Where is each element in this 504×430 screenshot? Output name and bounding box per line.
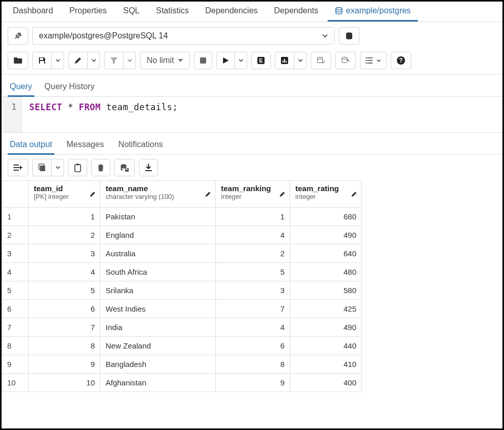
cell-team-id[interactable]: 7 xyxy=(29,318,100,337)
tab-dependencies[interactable]: Dependencies xyxy=(198,2,265,22)
cell-team-name[interactable]: Australia xyxy=(100,244,216,263)
download-button[interactable] xyxy=(139,159,158,176)
table-row[interactable]: 77India4490 xyxy=(2,318,362,337)
edit-button[interactable] xyxy=(68,52,88,69)
cell-team-ranking[interactable]: 4 xyxy=(216,226,290,244)
delete-row-button[interactable] xyxy=(91,159,110,176)
copy-dropdown-button[interactable] xyxy=(52,159,64,176)
cell-team-rating[interactable]: 490 xyxy=(290,318,362,337)
cell-team-ranking[interactable]: 4 xyxy=(216,318,290,337)
cell-team-id[interactable]: 4 xyxy=(29,263,100,281)
sql-editor[interactable]: 1 SELECT * FROM team_details; xyxy=(2,97,502,133)
table-row[interactable]: 1010Afghanistan9400 xyxy=(2,374,362,392)
macros-button[interactable] xyxy=(360,52,387,69)
table-row[interactable]: 88New Zealand6440 xyxy=(2,337,362,355)
tab-notifications[interactable]: Notifications xyxy=(116,136,165,155)
cell-team-ranking[interactable]: 2 xyxy=(216,244,290,263)
cell-team-name[interactable]: England xyxy=(100,226,216,244)
cell-team-rating[interactable]: 440 xyxy=(290,337,362,355)
cell-team-rating[interactable]: 580 xyxy=(290,281,362,300)
cell-team-id[interactable]: 3 xyxy=(29,244,100,263)
table-row[interactable]: 33Australia2640 xyxy=(2,244,362,263)
column-header-team-rating[interactable]: team_rating integer xyxy=(290,181,362,208)
table-row[interactable]: 11Pakistan1680 xyxy=(2,208,362,226)
rollback-button[interactable] xyxy=(335,52,356,69)
tab-data-output[interactable]: Data output xyxy=(8,136,54,155)
cell-team-rating[interactable]: 425 xyxy=(290,300,362,318)
table-row[interactable]: 44South Africa5480 xyxy=(2,263,362,281)
row-number[interactable]: 9 xyxy=(2,355,29,374)
cell-team-rating[interactable]: 680 xyxy=(290,208,362,226)
cell-team-ranking[interactable]: 9 xyxy=(216,374,290,392)
edit-dropdown-button[interactable] xyxy=(88,52,100,69)
cell-team-rating[interactable]: 480 xyxy=(290,263,362,281)
tab-query[interactable]: Query xyxy=(8,78,34,97)
row-number[interactable]: 2 xyxy=(2,226,29,244)
save-button[interactable] xyxy=(32,52,52,69)
connection-status-button[interactable] xyxy=(8,27,28,45)
explain-button[interactable]: E xyxy=(251,52,271,69)
tab-query-tool[interactable]: example/postgres xyxy=(328,2,418,22)
cell-team-name[interactable]: Srilanka xyxy=(100,281,216,300)
tab-dependents[interactable]: Dependents xyxy=(267,2,326,22)
cell-team-rating[interactable]: 410 xyxy=(290,355,362,374)
row-number[interactable]: 3 xyxy=(2,244,29,263)
cell-team-ranking[interactable]: 5 xyxy=(216,263,290,281)
pencil-icon[interactable] xyxy=(279,191,286,197)
row-number[interactable]: 4 xyxy=(2,263,29,281)
run-dropdown-button[interactable] xyxy=(235,52,247,69)
tab-query-history[interactable]: Query History xyxy=(43,78,97,97)
row-number[interactable]: 5 xyxy=(2,281,29,300)
cell-team-name[interactable]: New Zealand xyxy=(100,337,216,355)
add-row-button[interactable] xyxy=(8,159,28,176)
table-row[interactable]: 66West Indies7425 xyxy=(2,300,362,318)
run-button[interactable] xyxy=(216,52,235,69)
column-header-team-name[interactable]: team_name character varying (100) xyxy=(100,181,216,208)
cell-team-id[interactable]: 5 xyxy=(29,281,100,300)
cell-team-id[interactable]: 10 xyxy=(29,374,100,392)
row-number-header[interactable] xyxy=(2,181,29,208)
row-number[interactable]: 10 xyxy=(2,374,29,392)
cell-team-id[interactable]: 8 xyxy=(29,337,100,355)
table-row[interactable]: 22England4490 xyxy=(2,226,362,244)
pencil-icon[interactable] xyxy=(351,191,357,197)
cell-team-name[interactable]: Bangladesh xyxy=(100,355,216,374)
tab-sql[interactable]: SQL xyxy=(116,2,147,22)
cell-team-rating[interactable]: 640 xyxy=(290,244,362,263)
connection-select[interactable]: example/postgres@PostgreSQL 14 xyxy=(32,27,335,45)
tab-statistics[interactable]: Statistics xyxy=(149,2,196,22)
table-row[interactable]: 55Srilanka3580 xyxy=(2,281,362,300)
cell-team-id[interactable]: 6 xyxy=(29,300,100,318)
cell-team-name[interactable]: West Indies xyxy=(100,300,216,318)
cell-team-id[interactable]: 2 xyxy=(29,226,100,244)
cell-team-ranking[interactable]: 1 xyxy=(216,208,290,226)
explain-analyze-dropdown-button[interactable] xyxy=(294,52,307,69)
cell-team-id[interactable]: 1 xyxy=(29,208,100,226)
commit-button[interactable] xyxy=(311,52,331,69)
row-number[interactable]: 1 xyxy=(2,208,29,226)
column-header-team-ranking[interactable]: team_ranking integer xyxy=(216,181,290,208)
copy-button[interactable] xyxy=(32,159,52,176)
cell-team-ranking[interactable]: 6 xyxy=(216,337,290,355)
stop-button[interactable] xyxy=(194,52,212,69)
new-connection-button[interactable] xyxy=(339,27,359,45)
cell-team-ranking[interactable]: 7 xyxy=(216,300,290,318)
row-number[interactable]: 8 xyxy=(2,337,29,355)
pencil-icon[interactable] xyxy=(89,191,96,197)
editor-code[interactable]: SELECT * FROM team_details; xyxy=(22,97,185,132)
explain-analyze-button[interactable] xyxy=(275,52,294,69)
open-file-button[interactable] xyxy=(8,52,28,69)
help-button[interactable]: ? xyxy=(391,52,411,69)
cell-team-ranking[interactable]: 8 xyxy=(216,355,290,374)
tab-dashboard[interactable]: Dashboard xyxy=(6,2,60,22)
tab-properties[interactable]: Properties xyxy=(62,2,114,22)
column-header-team-id[interactable]: team_id [PK] integer xyxy=(29,181,100,208)
cell-team-ranking[interactable]: 3 xyxy=(216,281,290,300)
paste-button[interactable] xyxy=(68,159,87,176)
tab-messages[interactable]: Messages xyxy=(65,136,106,155)
row-number[interactable]: 6 xyxy=(2,300,29,318)
cell-team-name[interactable]: South Africa xyxy=(100,263,216,281)
pencil-icon[interactable] xyxy=(205,191,211,197)
cell-team-rating[interactable]: 400 xyxy=(290,374,362,392)
cell-team-name[interactable]: India xyxy=(100,318,216,337)
